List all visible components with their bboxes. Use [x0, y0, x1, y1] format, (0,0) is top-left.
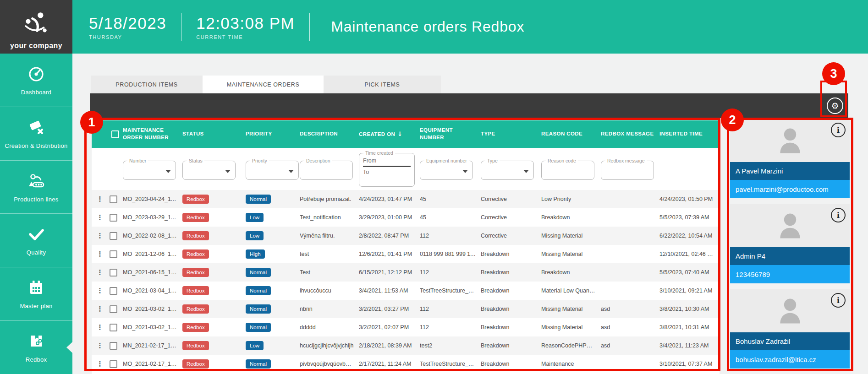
filter-time-created-field[interactable]: Time created — [359, 150, 415, 187]
row-checkbox[interactable] — [110, 250, 117, 258]
top-header-main: 5/18/2023 THURSDAY 12:03:08 PM CURRENT T… — [72, 0, 524, 54]
company-logo[interactable]: your company — [0, 0, 72, 54]
row-menu-icon[interactable]: ⋮ — [92, 305, 108, 313]
sidebar-item[interactable]: Master plan — [0, 267, 72, 321]
column-header-redbox-message[interactable]: REDBOX MESSAGE — [601, 130, 659, 138]
row-checkbox[interactable] — [110, 269, 117, 276]
column-header-reason-code[interactable]: REASON CODE — [541, 130, 601, 138]
sidebar-item[interactable]: Dashboard — [0, 54, 72, 107]
chevron-down-icon[interactable] — [165, 170, 171, 173]
settings-button[interactable]: ⚙ — [827, 98, 843, 114]
cell-order-number: MO_2021-03-04_10:53:01 — [123, 287, 182, 294]
chevron-down-icon[interactable] — [288, 170, 294, 173]
table-row[interactable]: ⋮ MO_2021-12-06_12:41:13 Redbox High tes… — [92, 245, 720, 263]
sidebar-item[interactable]: Quality — [0, 214, 72, 267]
table-row[interactable]: ⋮ MO_2021-03-04_10:53:01 Redbox Normal l… — [92, 282, 720, 300]
column-header-status[interactable]: STATUS — [182, 130, 246, 138]
row-checkbox[interactable] — [110, 195, 117, 203]
cell-order-number: MO_2021-02-17_10:24:55 — [123, 361, 182, 367]
row-menu-icon[interactable]: ⋮ — [92, 287, 108, 295]
contact-info-button[interactable]: i — [831, 208, 846, 222]
cell-type: Corrective — [481, 196, 541, 202]
chevron-down-icon[interactable] — [523, 170, 529, 173]
cell-description: lhvuccôuccu — [300, 287, 359, 294]
sidebar-item[interactable]: Redbox — [0, 321, 72, 374]
filter-time-from-input[interactable] — [363, 156, 411, 167]
row-menu-icon[interactable]: ⋮ — [92, 341, 108, 350]
filter-row: Number Status Priority Description Time … — [92, 148, 720, 190]
table-row[interactable]: ⋮ MO_2021-03-02_14:27:55 Redbox Normal n… — [92, 300, 720, 318]
contact-info-button[interactable]: i — [831, 293, 846, 308]
tab[interactable]: PICK ITEMS — [324, 76, 441, 93]
filter-description-input[interactable] — [304, 165, 349, 171]
filter-description-field[interactable]: Description — [300, 158, 353, 180]
row-checkbox[interactable] — [110, 287, 117, 295]
table-row[interactable]: ⋮ MO_2021-06-15_10:12:27 Redbox Normal T… — [92, 263, 720, 282]
filter-number-dropdown[interactable]: Number — [123, 158, 176, 180]
cell-status: Redbox — [182, 341, 246, 350]
cell-description: test — [300, 251, 359, 257]
table-row[interactable]: ⋮ MO_2022-02-08_19:47:... Redbox Low Vým… — [92, 227, 720, 245]
row-checkbox[interactable] — [110, 232, 117, 240]
sidebar: Dashboard Creation & Distribution — [0, 54, 72, 374]
row-menu-icon[interactable]: ⋮ — [92, 268, 108, 276]
filter-time-to-input[interactable] — [363, 167, 411, 178]
column-header-priority[interactable]: PRIORITY — [246, 130, 300, 138]
select-all-checkbox[interactable] — [111, 130, 119, 138]
cell-status: Redbox — [182, 231, 246, 240]
filter-reason-code-input[interactable] — [545, 165, 590, 171]
filter-redbox-message-field[interactable]: Redbox message — [601, 158, 654, 180]
contact-info-button[interactable]: i — [831, 123, 846, 137]
column-header-equipment-number[interactable]: EQUIPMENT NUMBER — [420, 127, 481, 141]
row-checkbox[interactable] — [110, 360, 117, 368]
sort-descending-icon[interactable]: ↓ — [397, 130, 402, 137]
row-menu-icon[interactable]: ⋮ — [92, 250, 108, 258]
row-checkbox[interactable] — [110, 214, 117, 222]
row-checkbox[interactable] — [110, 324, 117, 331]
sidebar-item[interactable]: Production lines — [0, 161, 72, 214]
filter-priority-dropdown[interactable]: Priority — [246, 158, 299, 180]
avatar — [774, 294, 807, 327]
tab-label: PRODUCTION ITEMS — [115, 81, 177, 88]
sidebar-item-label: Creation & Distribution — [3, 142, 70, 149]
row-menu-icon[interactable]: ⋮ — [92, 360, 108, 368]
chevron-down-icon[interactable] — [225, 170, 231, 173]
table-row[interactable]: ⋮ MO_2021-02-17_10:24:55 Redbox Normal p… — [92, 355, 720, 373]
row-menu-icon[interactable]: ⋮ — [92, 323, 108, 331]
cell-order-number: MO_2021-03-02_13:07:25 — [123, 324, 182, 331]
cell-equipment-number: 45 — [420, 214, 481, 221]
column-header-order-number[interactable]: MAINTENANCE ORDER NUMBER — [123, 127, 182, 141]
row-menu-icon[interactable]: ⋮ — [92, 195, 108, 203]
column-header-type[interactable]: TYPE — [481, 130, 541, 138]
column-header-created-on[interactable]: CREATED ON↓ — [359, 130, 420, 138]
cell-priority: Normal — [246, 268, 300, 277]
tab[interactable]: PRODUCTION ITEMS — [91, 76, 203, 93]
table-row[interactable]: ⋮ MN_2021-02-17_10:17:39 Redbox Low hcuc… — [92, 336, 720, 355]
cell-equipment-number: 112 — [420, 324, 481, 331]
cell-created-on: 6/15/2021, 12:12 PM — [359, 269, 420, 276]
cell-reason-code: ReasonCodePHPUnitTest — [541, 342, 601, 349]
sidebar-item[interactable]: Creation & Distribution — [0, 107, 72, 161]
table-row[interactable]: ⋮ MO_2023-04-24_11:47:46 Redbox Normal P… — [92, 190, 720, 208]
cell-created-on: 4/24/2023, 01:47 PM — [359, 196, 420, 202]
row-menu-icon[interactable]: ⋮ — [92, 232, 108, 240]
filter-status-dropdown[interactable]: Status — [182, 158, 236, 180]
filter-redbox-message-input[interactable] — [605, 165, 650, 171]
chevron-down-icon[interactable] — [462, 170, 468, 173]
filter-reason-code-field[interactable]: Reason code — [541, 158, 594, 180]
cell-priority: Normal — [246, 286, 300, 295]
table-header-row: MAINTENANCE ORDER NUMBER STATUS PRIORITY… — [92, 120, 720, 148]
row-menu-icon[interactable]: ⋮ — [92, 213, 108, 222]
column-header-inserted-time[interactable]: INSERTED TIME — [659, 130, 720, 138]
table-row[interactable]: ⋮ MO_2023-03-29_11:00:... Redbox Low Tes… — [92, 208, 720, 227]
row-checkbox[interactable] — [110, 342, 117, 350]
cell-description: ddddd — [300, 324, 359, 331]
row-checkbox[interactable] — [110, 305, 117, 313]
cell-status: Redbox — [182, 359, 246, 369]
app-window: your company 5/18/2023 THURSDAY 12:03:08… — [0, 0, 868, 374]
tab[interactable]: MAINTENANCE ORDERS — [203, 76, 324, 93]
filter-equipment-dropdown[interactable]: Equipment number — [420, 158, 473, 180]
column-header-description[interactable]: DESCRIPTION — [300, 130, 359, 138]
filter-type-dropdown[interactable]: Type — [481, 158, 534, 180]
table-row[interactable]: ⋮ MO_2021-03-02_13:07:25 Redbox Normal d… — [92, 318, 720, 336]
